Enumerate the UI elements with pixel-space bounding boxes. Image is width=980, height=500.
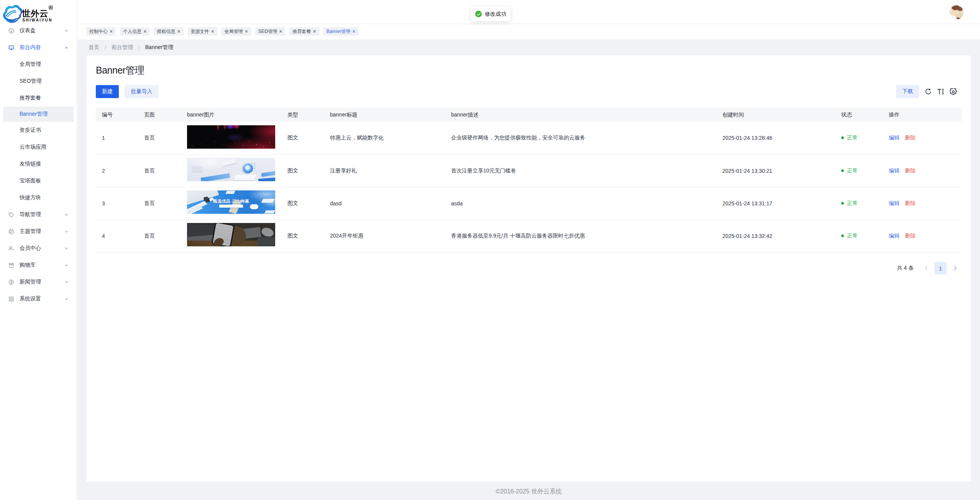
- svg-text:R: R: [49, 6, 52, 10]
- svg-text:世外云: 世外云: [21, 9, 48, 18]
- svg-text:SHIWAIYUN: SHIWAIYUN: [23, 18, 53, 22]
